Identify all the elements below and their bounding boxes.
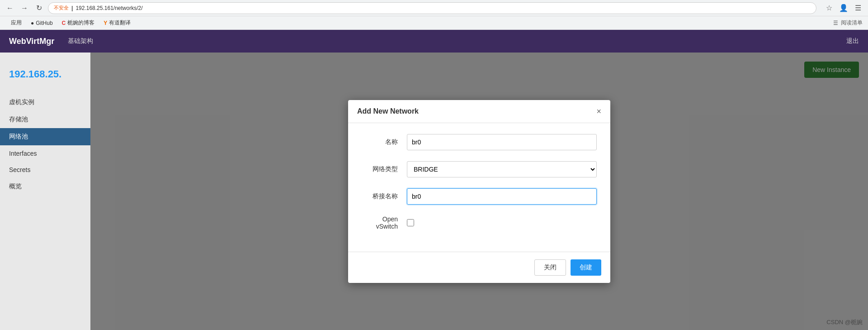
- bookmark-github-label: GitHub: [36, 20, 52, 26]
- app-wrapper: WebVirtMgr 基础架构 退出 192.168.25. 虚机实例 存储池 …: [0, 30, 868, 330]
- sidebar-menu: 虚机实例 存储池 网络池 Interfaces Secrets 概览: [0, 94, 90, 195]
- separator: |: [71, 5, 73, 11]
- sidebar-item-storage[interactable]: 存储池: [0, 111, 90, 128]
- translate-icon: Y: [104, 20, 107, 26]
- network-type-label: 网络类型: [362, 165, 398, 173]
- app-logo: WebVirtMgr: [9, 37, 54, 46]
- reload-button[interactable]: ↻: [33, 3, 44, 14]
- open-vswitch-label: Open vSwitch: [362, 215, 398, 230]
- bookmark-star-button[interactable]: ☆: [824, 3, 835, 14]
- reading-list-icon: ☰: [833, 20, 838, 26]
- bookmark-blog[interactable]: C 栀婉的博客: [58, 18, 99, 28]
- sidebar: 192.168.25. 虚机实例 存储池 网络池 Interfaces Secr…: [0, 53, 90, 330]
- sidebar-item-overview[interactable]: 概览: [0, 178, 90, 195]
- bridge-name-row: 桥接名称: [362, 188, 597, 205]
- bookmark-apps-label: 应用: [11, 19, 22, 27]
- modal-footer: 关闭 创建: [348, 252, 610, 283]
- network-type-select[interactable]: BRIDGE NAT ISOLATED ROUTED: [407, 161, 597, 177]
- modal-header: Add New Network ×: [348, 100, 610, 123]
- open-vswitch-row: Open vSwitch: [362, 215, 597, 230]
- bookmark-blog-label: 栀婉的博客: [67, 19, 94, 27]
- browser-chrome: ← → ↻ 不安全 | 192.168.25.161/networks/2/ ☆…: [0, 0, 868, 16]
- reading-list-item[interactable]: ☰ 阅读清单: [833, 19, 863, 27]
- header-left: WebVirtMgr 基础架构: [9, 37, 93, 46]
- profile-button[interactable]: 👤: [838, 3, 849, 14]
- bridge-name-label: 桥接名称: [362, 192, 398, 201]
- bridge-name-input[interactable]: [407, 188, 597, 205]
- modal-cancel-button[interactable]: 关闭: [534, 259, 566, 276]
- sidebar-item-vm[interactable]: 虚机实例: [0, 94, 90, 111]
- page-title: 192.168.25.: [9, 68, 81, 80]
- reading-list-label: 阅读清单: [841, 19, 863, 27]
- name-label: 名称: [362, 138, 398, 146]
- sidebar-item-network[interactable]: 网络池: [0, 128, 90, 145]
- bookmark-github[interactable]: ● GitHub: [27, 19, 57, 27]
- page-content: 192.168.25. 虚机实例 存储池 网络池 Interfaces Secr…: [0, 53, 868, 330]
- bookmark-translate-label: 有道翻译: [109, 19, 131, 27]
- name-row: 名称: [362, 134, 597, 150]
- modal-create-button[interactable]: 创建: [571, 259, 601, 276]
- modal-close-button[interactable]: ×: [596, 107, 601, 115]
- app-header: WebVirtMgr 基础架构 退出: [0, 30, 868, 53]
- blog-icon: C: [62, 20, 66, 26]
- security-warning: 不安全: [54, 5, 69, 11]
- open-vswitch-checkbox[interactable]: [407, 219, 414, 226]
- modal-title: Add New Network: [357, 107, 419, 115]
- page-title-area: 192.168.25.: [0, 62, 90, 89]
- sidebar-item-interfaces[interactable]: Interfaces: [0, 145, 90, 162]
- browser-action-buttons: ☆ 👤 ☰: [824, 3, 863, 14]
- add-network-modal: Add New Network × 名称 网络类型 BRIDGE NAT: [348, 100, 610, 283]
- name-input[interactable]: [407, 134, 597, 150]
- bookmark-apps[interactable]: ​ 应用: [5, 18, 25, 28]
- github-icon: ●: [31, 20, 34, 26]
- forward-button[interactable]: →: [19, 3, 30, 14]
- sidebar-item-secrets[interactable]: Secrets: [0, 162, 90, 178]
- reading-list-button[interactable]: ☰: [853, 3, 863, 14]
- nav-infrastructure[interactable]: 基础架构: [68, 37, 93, 45]
- logout-button[interactable]: 退出: [846, 37, 859, 45]
- modal-body: 名称 网络类型 BRIDGE NAT ISOLATED ROUTED: [348, 123, 610, 252]
- url-text: 192.168.25.161/networks/2/: [75, 5, 142, 11]
- bookmark-translate[interactable]: Y 有道翻译: [100, 18, 134, 28]
- back-button[interactable]: ←: [5, 3, 15, 14]
- main-area: New Instance Add New Network × 名称: [90, 53, 868, 330]
- bookmarks-bar: ​ 应用 ● GitHub C 栀婉的博客 Y 有道翻译 ☰ 阅读清单: [0, 16, 868, 30]
- address-bar: 不安全 | 192.168.25.161/networks/2/: [48, 2, 816, 14]
- network-type-row: 网络类型 BRIDGE NAT ISOLATED ROUTED: [362, 161, 597, 177]
